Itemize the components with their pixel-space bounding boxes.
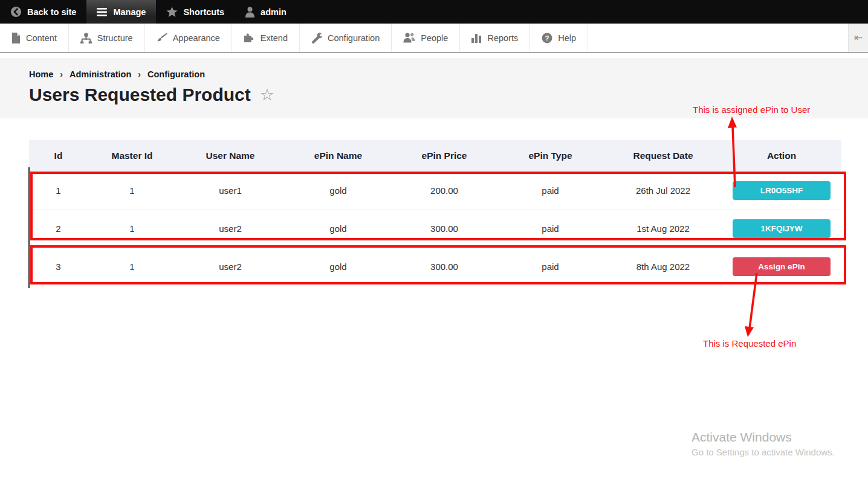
toolbar-item-label: Help [558,33,576,43]
table-left-edge-line [28,167,30,288]
cell-request-date: 8th Aug 2022 [604,248,722,286]
cell-action: LR0O5SHF [722,172,841,210]
cell-epin-type: paid [496,172,604,210]
toolbar-item-label: Appearance [173,33,220,43]
admin-user-menu[interactable]: admin [235,0,297,24]
cell-id: 3 [29,248,88,286]
people-icon [403,33,415,43]
cell-master-id: 1 [88,248,177,286]
table-header-row: Id Master Id User Name ePin Name ePin Pr… [29,140,841,172]
toolbar-item-reports[interactable]: Reports [460,24,530,52]
cell-epin-price: 300.00 [392,210,496,248]
toolbar-item-people[interactable]: People [392,24,460,52]
activate-windows-subtext: Go to Settings to activate Windows. [691,447,835,457]
cell-user-name: user2 [177,248,284,286]
toolbar-item-help[interactable]: ? Help [530,24,588,52]
assigned-epin-code-button[interactable]: 1KFQIJYW [733,219,831,238]
header-user-name: User Name [177,140,284,172]
toolbar-item-configuration[interactable]: Configuration [300,24,392,52]
breadcrumb-administration[interactable]: Administration [70,69,131,79]
manage-label: Manage [113,7,146,17]
toolbar-item-label: People [421,33,448,43]
cell-id: 2 [29,210,88,248]
header-master-id: Master Id [88,140,177,172]
toolbar-item-structure[interactable]: Structure [69,24,145,52]
back-circle-icon [10,6,22,18]
toolbar-tray: Content Structure Appearance Extend Conf… [0,24,868,53]
cell-epin-name: gold [284,210,392,248]
cell-request-date: 26th Jul 2022 [604,172,722,210]
toolbar-item-label: Structure [97,33,133,43]
table-body: 11user1gold200.00paid26th Jul 2022LR0O5S… [29,172,841,286]
cell-epin-price: 200.00 [392,172,496,210]
back-to-site-button[interactable]: Back to site [0,0,86,24]
cell-id: 1 [29,172,88,210]
toolbar-item-label: Reports [487,33,518,43]
toolbar-item-appearance[interactable]: Appearance [145,24,232,52]
assigned-epin-code-button[interactable]: LR0O5SHF [733,181,831,200]
cell-master-id: 1 [88,172,177,210]
cell-epin-type: paid [496,210,604,248]
requested-products-table: Id Master Id User Name ePin Name ePin Pr… [29,140,841,286]
puzzle-icon [244,33,255,43]
breadcrumb: Home › Administration › Configuration [29,69,868,79]
cell-epin-name: gold [284,172,392,210]
cell-action: Assign ePin [722,248,841,286]
table-row: 21user2gold300.00paid1st Aug 20221KFQIJY… [29,210,841,248]
page-title: Users Requested Product [29,85,251,105]
activate-windows-watermark: Activate Windows [691,430,792,445]
star-icon [166,7,178,18]
shortcuts-label: Shortcuts [183,7,224,17]
header-action: Action [722,140,841,172]
breadcrumb-configuration[interactable]: Configuration [147,69,205,79]
toolbar-item-label: Configuration [328,33,380,43]
header-epin-name: ePin Name [284,140,392,172]
cell-master-id: 1 [88,210,177,248]
favorite-star-icon[interactable]: ☆ [260,87,274,103]
cell-user-name: user2 [177,210,284,248]
question-circle-icon: ? [542,33,552,43]
toolbar-item-content[interactable]: Content [0,24,69,52]
sitemap-icon [80,33,92,43]
svg-text:?: ? [545,34,549,42]
admin-username-label: admin [261,7,287,17]
table-row: 31user2gold300.00paid8th Aug 2022Assign … [29,248,841,286]
toolbar-item-label: Extend [261,33,288,43]
breadcrumb-separator: › [138,69,141,79]
header-id: Id [29,140,88,172]
user-icon [245,7,255,18]
manage-tab[interactable]: Manage [86,0,156,24]
toolbar-item-label: Content [26,33,57,43]
assign-epin-button[interactable]: Assign ePin [733,257,831,276]
hamburger-menu-icon [97,7,108,17]
cell-epin-price: 300.00 [392,248,496,286]
header-epin-type: ePin Type [496,140,604,172]
paintbrush-icon [157,33,167,43]
table-row: 11user1gold200.00paid26th Jul 2022LR0O5S… [29,172,841,210]
cell-action: 1KFQIJYW [722,210,841,248]
admin-toolbar: Back to site Manage Shortcuts admin [0,0,868,24]
document-icon [11,33,21,43]
wrench-icon [311,33,322,43]
header-epin-price: ePin Price [392,140,496,172]
bar-chart-icon [471,33,482,43]
annotation-requested-label: This is Requested ePin [703,338,796,349]
header-request-date: Request Date [604,140,722,172]
cell-user-name: user1 [177,172,284,210]
annotation-assigned-label: This is assigned ePin to User [693,104,810,115]
cell-request-date: 1st Aug 2022 [604,210,722,248]
cell-epin-type: paid [496,248,604,286]
breadcrumb-home[interactable]: Home [29,69,53,79]
toolbar-orientation-toggle[interactable]: ⇤ [848,24,868,52]
cell-epin-name: gold [284,248,392,286]
breadcrumb-separator: › [60,69,63,79]
toolbar-item-extend[interactable]: Extend [232,24,300,52]
back-to-site-label: Back to site [27,7,76,17]
shortcuts-tab[interactable]: Shortcuts [156,0,235,24]
collapse-left-arrow-icon: ⇤ [854,31,863,44]
